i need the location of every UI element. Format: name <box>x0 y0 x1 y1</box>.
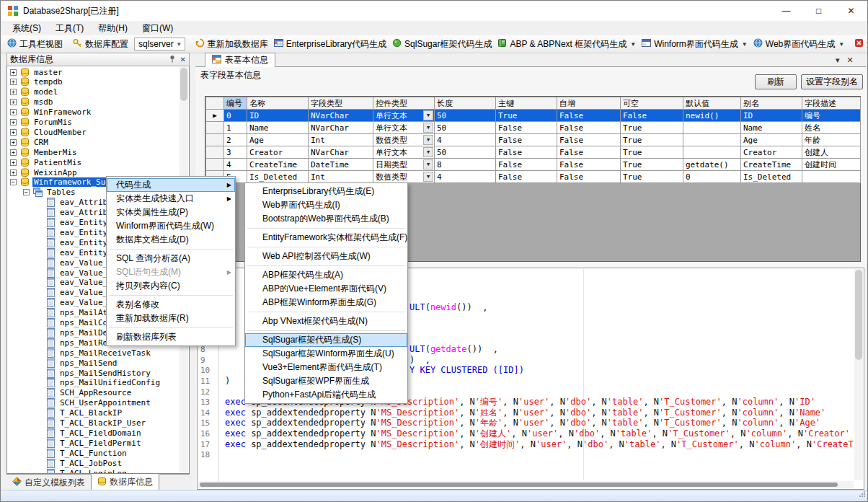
menubar-item[interactable]: 窗口(W) <box>135 21 180 35</box>
grid-cell[interactable]: True <box>621 134 683 146</box>
grid-cell[interactable]: Is_Deleted <box>741 171 802 183</box>
toolbar-button[interactable]: SqlSugar框架代码生成 <box>389 37 495 52</box>
grid-cell[interactable]: 0 <box>683 171 741 183</box>
close-button[interactable]: ✕ <box>835 1 867 21</box>
tree-expander[interactable]: + <box>10 99 17 105</box>
grid-cell[interactable]: True <box>621 159 683 171</box>
grid-cell[interactable]: False <box>557 122 621 134</box>
row-selector[interactable] <box>206 159 224 171</box>
grid-header-cell[interactable]: 可空 <box>621 97 683 110</box>
grid-cell[interactable]: False <box>496 146 557 159</box>
chevron-down-icon[interactable]: ▼ <box>630 41 636 48</box>
editor-horizontal-scrollbar[interactable] <box>198 481 854 488</box>
submenu-item[interactable]: SqlSugar框架WPF界面生成 <box>245 374 407 388</box>
tree-expander[interactable]: + <box>10 79 17 85</box>
grid-cell[interactable]: False <box>557 171 621 183</box>
refresh-button[interactable]: 刷新 <box>755 74 797 89</box>
context-menu-item[interactable]: 重新加载数据库(R) <box>107 312 235 325</box>
tree-item[interactable]: nps_MailDe <box>36 327 109 338</box>
menubar-item[interactable]: 系统(S) <box>5 21 48 35</box>
grid-cell[interactable]: 50 <box>435 110 496 122</box>
tree-item[interactable]: T_ACL_FieldDomain <box>36 428 143 438</box>
grid-header-cell[interactable]: 默认值 <box>683 97 741 110</box>
pin-icon[interactable] <box>169 55 176 64</box>
tree-item[interactable]: T_ACL_FieldPermit <box>36 438 143 448</box>
grid-cell[interactable]: True <box>621 122 683 134</box>
submenu-item[interactable]: ABP框架Winform界面生成(G) <box>245 296 407 309</box>
context-menu-item[interactable]: 表别名修改 <box>107 298 235 312</box>
grid-cell[interactable]: 4 <box>435 171 496 183</box>
grid-cell[interactable]: False <box>557 159 621 171</box>
menubar-item[interactable]: 工具(T) <box>48 21 91 35</box>
tree-expander[interactable]: + <box>10 139 17 146</box>
submenu-item[interactable]: ABP的Vue+Element界面代码(V) <box>245 282 407 296</box>
tree-item[interactable]: −Winframework_Sug <box>10 177 112 188</box>
grid-cell[interactable]: 4 <box>435 134 496 146</box>
tree-item[interactable]: −Tables <box>23 188 77 198</box>
toolbar-button[interactable]: 工具栏视图 <box>4 37 66 52</box>
grid-header-cell[interactable]: 字段描述 <box>802 97 861 110</box>
tab-database-info[interactable]: 数据库信息 <box>91 474 159 490</box>
tree-expander[interactable]: + <box>10 159 17 166</box>
row-selector[interactable]: ▶ <box>206 110 224 122</box>
submenu-item[interactable]: ABP框架代码生成(A) <box>245 268 407 282</box>
grid-cell[interactable] <box>802 171 861 183</box>
grid-cell[interactable]: 姓名 <box>802 122 861 134</box>
context-menu-item[interactable]: 实体类生成快速入口▶ <box>107 192 235 206</box>
tree-item[interactable]: nps_MailUnifiedConfig <box>36 378 161 388</box>
toolbar-button[interactable]: 重新加载数据库 <box>192 37 271 52</box>
grid-cell[interactable]: True <box>496 110 557 122</box>
grid-cell[interactable]: 3 <box>224 146 247 159</box>
context-menu-item[interactable]: Winform界面代码生成(W) <box>107 219 235 233</box>
tree-expander[interactable]: − <box>10 179 17 185</box>
submenu-item[interactable]: SqlSugar框架代码生成(S) <box>245 333 407 347</box>
context-menu-item[interactable]: SQL语句生成(M)▶ <box>107 265 235 279</box>
tree-expander[interactable]: + <box>10 89 17 95</box>
toolbar-button[interactable]: 数据库配置 <box>70 37 131 52</box>
grid-header-cell[interactable]: 控件类型 <box>373 97 435 110</box>
grid-cell[interactable]: 4 <box>224 159 247 171</box>
tree-item[interactable]: T_ACL_BlackIP <box>36 408 123 418</box>
chevron-down-icon[interactable]: ▼ <box>838 41 844 48</box>
grid-cell[interactable]: False <box>496 122 557 134</box>
submenu-item[interactable]: Web界面代码生成(I) <box>245 198 407 212</box>
grid-cell[interactable]: Is_Deleted <box>247 171 309 183</box>
maximize-button[interactable]: □ <box>802 1 835 21</box>
row-selector[interactable] <box>206 122 224 134</box>
context-menu-item[interactable]: SQL 查询分析器(A) <box>107 252 235 265</box>
tree-item[interactable]: eav_Attrib <box>36 208 109 218</box>
grid-cell[interactable]: 2 <box>224 134 247 146</box>
grid-cell[interactable]: Creator <box>741 146 802 159</box>
submenu-item[interactable]: Python+FastApi后端代码生成 <box>245 388 407 402</box>
grid-cell[interactable]: 年龄 <box>802 134 861 146</box>
toolbar-button[interactable]: EnterpriseLibrary代码生成 <box>271 37 389 52</box>
tree-expander[interactable]: − <box>23 189 30 195</box>
grid-cell[interactable]: True <box>621 171 683 183</box>
grid-header-cell[interactable]: 名称 <box>247 97 309 110</box>
set-field-alias-button[interactable]: 设置字段别名 <box>801 74 863 89</box>
grid-cell[interactable]: NVarChar <box>309 110 373 122</box>
grid-cell[interactable]: False <box>496 159 557 171</box>
grid-cell[interactable]: ID <box>247 110 309 122</box>
tree-item[interactable]: eav_Value_ <box>36 278 109 288</box>
context-menu-item[interactable]: 拷贝列表内容(C) <box>107 279 235 293</box>
menubar-item[interactable]: 帮助(H) <box>91 21 135 35</box>
tree-item[interactable]: +WeixinApp <box>10 167 79 177</box>
grid-cell[interactable]: Age <box>247 134 309 146</box>
tree-expander[interactable]: + <box>10 129 17 136</box>
submenu-item[interactable]: SqlSugar框架Winform界面生成(U) <box>245 347 407 361</box>
combo-dropdown-icon[interactable]: ▼ <box>423 110 433 120</box>
tree-item[interactable]: nps_MailCo <box>36 318 109 328</box>
tree-item[interactable]: +MemberMis <box>10 147 79 157</box>
tree-item[interactable]: eav_Value_ <box>36 257 109 268</box>
grid-cell[interactable]: Name <box>247 122 309 134</box>
grid-cell[interactable]: False <box>557 110 621 122</box>
grid-header-cell[interactable]: 字段类型 <box>309 97 373 110</box>
tree-item[interactable]: nps_MailAt <box>36 308 109 318</box>
tree-item[interactable]: +msdb <box>10 97 55 107</box>
tree-item[interactable]: +ForumMis <box>10 118 74 128</box>
tree-item[interactable]: eav_Entity <box>36 237 109 247</box>
row-selector[interactable] <box>206 134 224 146</box>
database-type-combo[interactable]: sqlserver▼ <box>134 38 185 50</box>
submenu-item[interactable]: Web API控制器代码生成(W) <box>245 250 407 263</box>
